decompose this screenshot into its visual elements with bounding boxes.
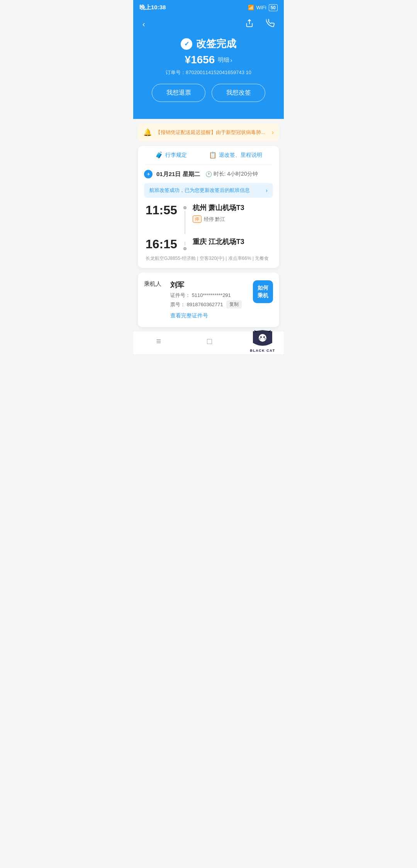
flight-date: 01月21日 星期二	[156, 171, 200, 178]
price-row: ¥1656 明细 ›	[146, 54, 271, 66]
clock-icon: 🕐	[205, 171, 212, 177]
rebook-arrow-icon: ›	[266, 187, 268, 193]
nav-right	[242, 17, 278, 31]
passenger-card: 乘机人 刘军 证件号： 5110**********291 票号： 891876…	[138, 273, 279, 327]
price-detail-link[interactable]: 明细 ›	[218, 56, 232, 64]
chevron-right-icon: ›	[230, 57, 232, 63]
flight-info: 长龙航空GJ8855-经济舱 | 空客320(中) | 准点率66% | 无餐食	[146, 255, 271, 262]
status-time: 晚上10:38	[139, 4, 166, 11]
status-icons: 📶 WiFi 50	[248, 4, 278, 11]
flight-date-row: ✈ 01月21日 星期二 🕐 时长: 4小时20分钟	[144, 170, 273, 178]
menu-icon: ≡	[156, 336, 161, 346]
depart-time: 11:55	[146, 203, 177, 217]
stop-text: 经停 黔江	[204, 216, 225, 223]
arrive-info: 重庆 江北机场T3	[193, 237, 271, 247]
menu-button[interactable]: ≡	[156, 336, 161, 346]
passenger-label: 乘机人	[144, 280, 163, 288]
ticket-row: 票号： 8918760362771 复制	[170, 300, 245, 309]
service-button[interactable]	[263, 17, 278, 31]
blackcat-text: BLACK CAT	[250, 349, 275, 353]
copy-button[interactable]: 复制	[226, 300, 242, 309]
status-title: ✓ 改签完成	[146, 37, 271, 51]
policy-link[interactable]: 📋 退改签、里程说明	[209, 151, 262, 159]
flight-duration: 🕐 时长: 4小时20分钟	[205, 171, 258, 178]
arrive-dots	[183, 237, 186, 250]
ticket-text: 票号： 8918760362771	[170, 301, 223, 308]
status-bar: 晚上10:38 📶 WiFi 50	[133, 0, 284, 14]
plane-icon: ✈	[144, 170, 153, 178]
flight-card: 🧳 行李规定 📋 退改签、里程说明 ✈ 01月21日 星期二 🕐 时长: 4小时…	[138, 146, 279, 268]
svg-point-4	[263, 336, 265, 338]
back-button[interactable]: ‹	[139, 18, 148, 30]
arrival-row: 16:15 重庆 江北机场T3	[146, 237, 271, 251]
route-line-top	[185, 211, 185, 234]
stop-badge: 停	[193, 215, 202, 223]
how-to-board-button[interactable]: 如何 乘机	[253, 280, 273, 303]
price-value: 1656	[191, 54, 215, 66]
depart-dot	[183, 206, 186, 209]
share-button[interactable]	[242, 17, 257, 31]
route-section: 11:55 杭州 萧山机场T3 停 经停 黔江 16:15	[144, 203, 273, 262]
refund-button[interactable]: 我想退票	[152, 84, 205, 102]
policy-icon: 📋	[209, 151, 217, 159]
passenger-info: 刘军 证件号： 5110**********291 票号： 8918760362…	[170, 280, 245, 319]
notice-arrow-icon: ›	[272, 129, 274, 136]
wifi-icon: WiFi	[256, 5, 266, 10]
luggage-icon: 🧳	[155, 151, 163, 159]
stopover: 停 经停 黔江	[193, 213, 271, 225]
passenger-name: 刘军	[170, 280, 245, 290]
price-amount: ¥1656	[185, 54, 215, 66]
depart-city: 杭州 萧山机场T3	[193, 203, 271, 212]
route-line-bottom	[185, 242, 185, 246]
nav-row: ‹	[139, 17, 278, 31]
signal-icon: 📶	[248, 5, 254, 10]
bottom-nav: ≡ □ ‹ BLACK CAT	[133, 332, 284, 354]
passenger-id: 证件号： 5110**********291	[170, 292, 245, 299]
rebook-notice-text: 航班改签成功，已为您更新改签后的航班信息	[149, 187, 250, 194]
notice-banner[interactable]: 🔔 【报销凭证配送延迟提醒】由于新型冠状病毒肺... ›	[138, 124, 279, 141]
action-buttons: 我想退票 我想改签	[146, 84, 271, 102]
route-dots	[183, 203, 186, 236]
header: ‹ ✓ 改签完成 ¥1656 明细 ›	[133, 14, 284, 119]
view-id-link[interactable]: 查看完整证件号	[170, 312, 245, 319]
home-button[interactable]: □	[207, 336, 212, 346]
blackcat-watermark: BLACK CAT	[241, 319, 284, 354]
blackcat-logo	[251, 329, 274, 349]
title-section: ✓ 改签完成 ¥1656 明细 › 订单号：870200114152041659…	[139, 37, 278, 111]
notice-text: 【报销凭证配送延迟提醒】由于新型冠状病毒肺...	[156, 129, 268, 136]
page-title: 改签完成	[196, 37, 236, 51]
svg-point-3	[260, 336, 262, 338]
arrive-time: 16:15	[146, 237, 177, 251]
speaker-icon: 🔔	[143, 128, 152, 137]
rebook-notice[interactable]: 航班改签成功，已为您更新改签后的航班信息 ›	[144, 183, 273, 198]
price-prefix: ¥	[185, 54, 191, 66]
home-icon: □	[207, 336, 212, 346]
svg-point-2	[259, 334, 266, 342]
order-number: 订单号：870200114152041659743 10	[146, 69, 271, 76]
rebook-button[interactable]: 我想改签	[212, 84, 265, 102]
card-links: 🧳 行李规定 📋 退改签、里程说明	[144, 146, 273, 164]
departure-row: 11:55 杭州 萧山机场T3 停 经停 黔江	[146, 203, 271, 236]
arrive-city: 重庆 江北机场T3	[193, 237, 271, 246]
luggage-link[interactable]: 🧳 行李规定	[155, 151, 187, 159]
battery-badge: 50	[269, 4, 278, 11]
check-circle-icon: ✓	[181, 38, 192, 50]
arrive-dot	[183, 247, 186, 250]
depart-info: 杭州 萧山机场T3 停 经停 黔江	[193, 203, 271, 225]
